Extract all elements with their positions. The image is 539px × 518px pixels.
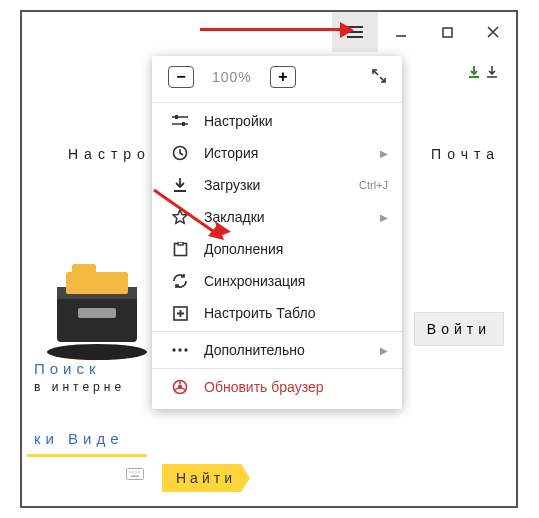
sync-icon	[168, 273, 192, 289]
sliders-icon	[168, 114, 192, 128]
zoom-in-button[interactable]: +	[270, 66, 296, 88]
zoom-level: 100%	[212, 69, 252, 85]
chevron-right-icon: ▶	[380, 148, 388, 159]
menu-addons[interactable]: Дополнения	[152, 233, 402, 265]
menu-label: Настройки	[204, 113, 273, 129]
menu-label: Загрузки	[204, 177, 260, 193]
svg-point-12	[138, 471, 140, 473]
puzzle-icon	[168, 242, 192, 257]
menu-divider	[152, 331, 402, 332]
menu-update-browser[interactable]: Обновить браузер	[152, 371, 402, 403]
zoom-controls: − 100% +	[152, 56, 402, 100]
minimize-button[interactable]	[378, 12, 424, 52]
menu-sync[interactable]: Синхронизация	[152, 265, 402, 297]
menu-downloads[interactable]: Загрузки Ctrl+J	[152, 169, 402, 201]
menu-button[interactable]	[332, 12, 378, 52]
find-button[interactable]: Найти	[162, 464, 250, 492]
menu-label: Закладки	[204, 209, 265, 225]
menu-bookmarks[interactable]: Закладки ▶	[152, 201, 402, 233]
maximize-button[interactable]	[424, 12, 470, 52]
menu-divider	[152, 368, 402, 369]
svg-point-24	[178, 385, 182, 389]
menu-label: Дополнительно	[204, 342, 305, 358]
menu-label: Дополнения	[204, 241, 283, 257]
svg-point-10	[132, 471, 134, 473]
svg-rect-6	[72, 264, 96, 276]
menu-divider	[152, 102, 402, 103]
main-menu-dropdown: − 100% + Настройки История ▶	[152, 56, 402, 409]
browser-window: Настро Почта Войти Поиск в интерне ки Ви…	[20, 10, 518, 508]
svg-point-9	[129, 471, 131, 473]
svg-rect-18	[178, 242, 183, 245]
window-controls	[332, 12, 516, 52]
search-label[interactable]: Поиск	[34, 360, 101, 377]
search-underline	[27, 454, 147, 457]
menu-history[interactable]: История ▶	[152, 137, 402, 169]
add-tile-icon	[168, 306, 192, 321]
browser-update-icon	[168, 379, 192, 395]
menu-shortcut: Ctrl+J	[359, 179, 388, 191]
download-indicator[interactable]	[466, 64, 498, 80]
settings-heading-bg: Настро	[68, 146, 151, 162]
menu-label: История	[204, 145, 258, 161]
menu-label: Синхронизация	[204, 273, 305, 289]
menu-more[interactable]: Дополнительно ▶	[152, 334, 402, 366]
svg-rect-15	[182, 122, 185, 126]
svg-rect-7	[78, 308, 116, 318]
svg-rect-0	[443, 28, 452, 37]
menu-label: Обновить браузер	[204, 379, 324, 395]
keyboard-icon[interactable]	[126, 468, 144, 483]
menu-configure-dashboard[interactable]: Настроить Табло	[152, 297, 402, 329]
login-button[interactable]: Войти	[414, 312, 504, 346]
svg-rect-13	[131, 476, 139, 478]
fullscreen-icon[interactable]	[372, 69, 386, 86]
svg-rect-1	[469, 76, 479, 78]
svg-point-11	[135, 471, 137, 473]
annotation-arrow-to-menu	[200, 28, 340, 31]
download-icon	[168, 177, 192, 193]
mail-heading: Почта	[431, 146, 500, 162]
svg-rect-14	[175, 115, 178, 119]
svg-point-22	[184, 348, 187, 351]
svg-point-20	[172, 348, 175, 351]
svg-rect-8	[127, 469, 144, 480]
zoom-out-button[interactable]: −	[168, 66, 194, 88]
chevron-right-icon: ▶	[380, 345, 388, 356]
svg-point-21	[178, 348, 181, 351]
star-icon	[168, 209, 192, 225]
menu-settings[interactable]: Настройки	[152, 105, 402, 137]
chevron-right-icon: ▶	[380, 212, 388, 223]
internet-label: в интерне	[34, 380, 125, 394]
clock-icon	[168, 145, 192, 161]
file-box-illustration	[42, 252, 152, 362]
nav-links[interactable]: ки Виде	[34, 430, 124, 447]
svg-point-2	[47, 344, 147, 360]
dots-icon	[168, 348, 192, 352]
close-button[interactable]	[470, 12, 516, 52]
menu-label: Настроить Табло	[204, 305, 316, 321]
